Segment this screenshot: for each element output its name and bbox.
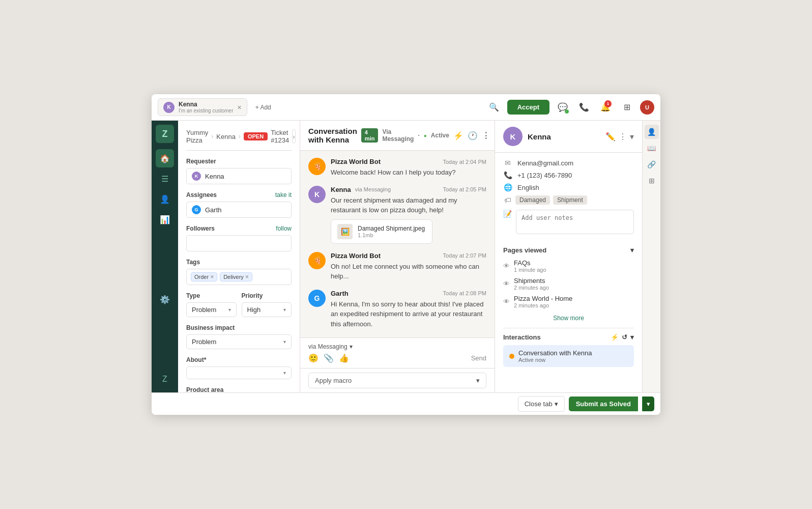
business-impact-dropdown[interactable]: Problem ▾	[186, 334, 292, 349]
rail-contact-icon[interactable]: 👤	[645, 125, 659, 139]
breadcrumb-pizza[interactable]: Yummy Pizza	[186, 129, 208, 144]
send-button[interactable]: Send	[471, 354, 486, 362]
assignee-field[interactable]: G Garth	[186, 202, 292, 218]
priority-dropdown[interactable]: High ▾	[242, 302, 292, 317]
search-icon[interactable]: 🔍	[486, 99, 502, 116]
msg-via: via Messaging	[355, 186, 391, 192]
tag-delivery-remove[interactable]: ×	[245, 273, 249, 280]
status-dot: ●	[424, 133, 427, 138]
nav-item-home[interactable]: 🏠	[156, 149, 174, 167]
side-nav: Z 🏠 ☰ 👤 📊 ⚙️ Z	[152, 121, 178, 392]
interaction-card[interactable]: Conversation with Kenna Active now	[503, 345, 634, 367]
attach-icon: 🖼️	[337, 224, 353, 239]
top-bar-left: K Kenna I'm an existing customer × + Add	[158, 98, 482, 116]
user-notes-input[interactable]	[516, 210, 634, 234]
emoji-icon[interactable]: 🙂	[308, 353, 318, 363]
follow-link[interactable]: follow	[276, 225, 292, 232]
nav-item-tickets[interactable]: ☰	[156, 169, 174, 188]
accept-button[interactable]: Accept	[507, 100, 549, 115]
attachment-card[interactable]: 🖼️ Damaged Shipment.jpeg 1.1mb	[331, 219, 432, 244]
attach-icon-reply[interactable]: 📎	[324, 353, 334, 363]
history-icon[interactable]: 🕐	[468, 131, 478, 140]
add-button[interactable]: + Add	[251, 102, 275, 113]
tag-order-remove[interactable]: ×	[210, 273, 214, 280]
breadcrumb-ticket[interactable]: Ticket #1234	[271, 129, 289, 144]
breadcrumb-kenna[interactable]: Kenna	[216, 133, 236, 140]
nav-item-contacts[interactable]: 👤	[156, 190, 174, 208]
submit-solved-button[interactable]: Submit as Solved	[569, 397, 638, 411]
requester-avatar: K	[192, 172, 201, 181]
business-impact-arrow: ▾	[283, 339, 286, 345]
more-icon[interactable]: ⋮	[482, 131, 490, 140]
show-more-link[interactable]: Show more	[503, 315, 634, 322]
followers-label: Followers follow	[186, 225, 292, 232]
page-row-faqs: 👁 FAQs 1 minute ago	[503, 259, 634, 273]
more-contact-icon[interactable]: ⋮	[619, 132, 627, 142]
apply-macro-dropdown[interactable]: Apply macro ▾	[308, 373, 486, 388]
about-dropdown[interactable]: ▾	[186, 366, 292, 379]
requester-label: Requester	[186, 158, 292, 165]
collapse-icon[interactable]: ▾	[630, 132, 634, 142]
app-logo: Z	[156, 125, 174, 143]
interactions-filter-icon[interactable]: ⚡	[611, 333, 619, 341]
type-dropdown-arrow: ▾	[228, 307, 231, 313]
type-label: Type	[186, 292, 237, 299]
sender-name-4: Garth	[331, 290, 349, 297]
close-tab-arrow: ▾	[555, 400, 558, 408]
via-messaging: Via Messaging	[382, 128, 414, 143]
type-dropdown[interactable]: Problem ▾	[186, 302, 237, 317]
email-icon: ✉	[503, 159, 512, 167]
close-tab-button[interactable]: Close tab ▾	[518, 396, 565, 412]
close-icon[interactable]: ×	[238, 104, 242, 111]
bot-avatar-1: 🍕	[308, 158, 326, 175]
main-layout: Z 🏠 ☰ 👤 📊 ⚙️ Z Yummy Pizza › Kenna › OPE…	[152, 121, 660, 392]
breadcrumb-expand[interactable]: ›	[292, 129, 295, 144]
interaction-name: Conversation with Kenna	[518, 349, 592, 357]
tags-field[interactable]: Order× Delivery×	[186, 269, 292, 285]
breadcrumb-open[interactable]: OPEN	[244, 132, 268, 140]
business-impact-label: Business impact	[186, 324, 292, 331]
email-value: Kenna@gmail.com	[517, 159, 573, 167]
rail-grid-icon[interactable]: ⊞	[645, 174, 659, 188]
interactions-refresh-icon[interactable]: ↺	[622, 333, 627, 341]
top-bar-right: 🔍 Accept 💬 📞 🔔 1 ⊞ U	[486, 99, 654, 116]
rail-link-icon[interactable]: 🔗	[645, 157, 659, 172]
interaction-dot	[509, 354, 514, 359]
chat-icon[interactable]: 💬	[555, 99, 571, 116]
submit-dropdown-arrow[interactable]: ▾	[642, 397, 654, 411]
priority-label: Priority	[242, 292, 292, 299]
nav-item-settings[interactable]: ⚙️	[156, 290, 174, 308]
tag-delivery: Delivery×	[220, 272, 252, 281]
followers-field[interactable]	[186, 235, 292, 251]
msg-time-2: Today at 2:05 PM	[443, 186, 486, 192]
requester-field[interactable]: K Kenna	[186, 168, 292, 184]
filter-icon[interactable]: ⚡	[453, 131, 463, 140]
take-it-link[interactable]: take it	[275, 191, 292, 199]
user-avatar[interactable]: U	[640, 100, 654, 115]
time-badge: 4 min	[361, 128, 379, 143]
edit-icon[interactable]: ✏️	[605, 132, 616, 142]
msg-time-1: Today at 2:04 PM	[443, 159, 486, 165]
nav-item-reports[interactable]: 📊	[156, 210, 174, 229]
tag-icon: 🏷	[503, 196, 512, 204]
grid-icon[interactable]: ⊞	[619, 99, 635, 116]
email-row: ✉ Kenna@gmail.com	[503, 159, 634, 167]
interactions-collapse-icon[interactable]: ▾	[630, 333, 634, 341]
notes-icon: 📝	[503, 210, 512, 218]
pages-viewed-section: Pages viewed ▾	[503, 246, 634, 254]
nav-item-zendesk[interactable]: Z	[156, 370, 174, 388]
pages-collapse-icon[interactable]: ▾	[630, 246, 634, 254]
rail-book-icon[interactable]: 📖	[645, 141, 659, 155]
notification-icon[interactable]: 🔔 1	[597, 99, 614, 116]
like-icon[interactable]: 👍	[339, 353, 349, 363]
phone-icon[interactable]: 📞	[576, 99, 592, 116]
attach-name: Damaged Shipment.jpeg	[358, 225, 425, 232]
chat-tab[interactable]: K Kenna I'm an existing customer ×	[158, 98, 247, 116]
macro-bar: Apply macro ▾	[300, 368, 495, 392]
interactions-header: Interactions ⚡ ↺ ▾	[503, 328, 634, 341]
middle-panel: Conversation with Kenna 4 min Via Messag…	[300, 121, 495, 392]
language-row: 🌐 English	[503, 183, 634, 191]
reply-via[interactable]: via Messaging ▾	[308, 343, 486, 350]
pages-list: 👁 FAQs 1 minute ago 👁 Shipments 2 minute…	[503, 259, 634, 308]
conversation-title: Conversation with Kenna	[308, 127, 357, 144]
